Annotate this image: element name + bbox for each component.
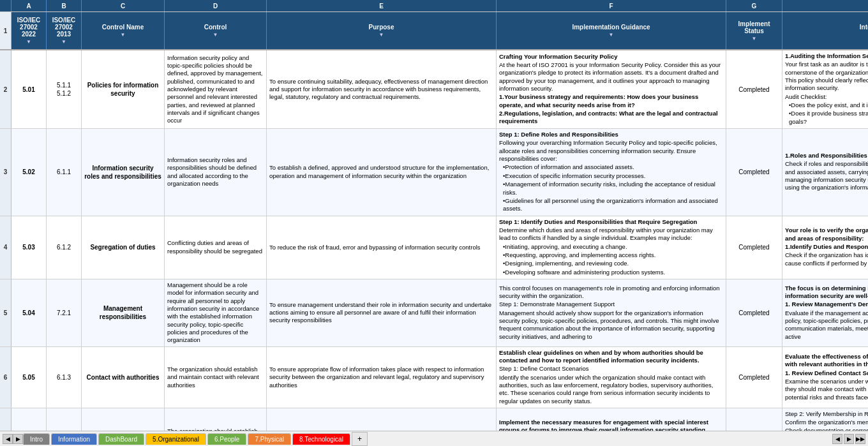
filter-icon-iso2013[interactable]: ▼ (61, 39, 66, 45)
cell-auditing: Your role is to verify the organization'… (782, 216, 868, 279)
row-number: 5 (0, 279, 11, 346)
cell-control: The organization should establish and ma… (165, 347, 267, 408)
cell-status: Completed (726, 408, 782, 431)
header-iso2022-label: ISO/IEC270022022 (17, 17, 41, 38)
table-row: 2 5.01 5.1.1 5.1.2 Policies for informat… (0, 50, 868, 129)
header-control-name: Control Name ▼ (82, 12, 165, 49)
cell-iso2022: 5.05 (11, 347, 47, 408)
cell-iso2013: 7.2.1 (47, 279, 82, 346)
status-badge: Completed (738, 309, 769, 317)
scroll-tab-right[interactable]: ▶ (13, 434, 23, 444)
header-purpose-label: Purpose (368, 24, 394, 31)
cell-control-name: Segregation of duties (82, 216, 165, 279)
tab-add[interactable]: + (352, 432, 368, 446)
scroll-right-right[interactable]: ▶ (844, 434, 854, 444)
row-number: 7 (0, 408, 11, 431)
tab-physical[interactable]: 7.Physical (248, 433, 291, 445)
cell-iso2013: 6.1.2 (47, 216, 82, 279)
filter-icon-control-name[interactable]: ▼ (121, 32, 126, 38)
tab-information[interactable]: Information (51, 433, 97, 445)
cell-control-name: Contact with authorities (82, 347, 165, 408)
col-header-h: H (782, 0, 868, 11)
cell-purpose: To ensure continuing suitability, adequa… (267, 50, 497, 128)
data-area: 2 5.01 5.1.1 5.1.2 Policies for informat… (0, 50, 868, 431)
cell-control-name: Policies for information security (82, 50, 165, 128)
filter-icon-impl-status[interactable]: ▼ (752, 36, 757, 41)
status-badge: Completed (738, 168, 769, 176)
header-implement-status: ImplementStatus ▼ (726, 12, 782, 49)
cell-control: Management should be a role model for in… (165, 279, 267, 346)
cell-status: Completed (726, 279, 782, 346)
tab-people[interactable]: 6.People (207, 433, 246, 445)
filter-icon-impl[interactable]: ▼ (609, 32, 614, 38)
cell-control: Information security roles and responsib… (165, 129, 267, 215)
cell-implementation: Establish clear guidelines on when and b… (497, 347, 726, 408)
table-row: 3 5.02 6.1.1 Information security roles … (0, 129, 868, 216)
header-control: Control ▼ (165, 12, 267, 49)
filter-icon-control[interactable]: ▼ (213, 32, 218, 38)
tab-technological[interactable]: 8.Technological (292, 433, 350, 445)
filter-icon-purpose[interactable]: ▼ (379, 32, 384, 38)
header-implementation-label: Implementation Guidance (572, 24, 650, 31)
cell-status: Completed (726, 129, 782, 215)
table-row: 6 5.05 6.1.3 Contact with authorities Th… (0, 347, 868, 408)
scroll-tab-left[interactable]: ◀ (3, 434, 13, 444)
tab-dashboard[interactable]: DashBoard (98, 433, 144, 445)
cell-status: Completed (726, 50, 782, 128)
table-row: 5 5.04 7.2.1 Management responsibilities… (0, 279, 868, 347)
row-number: 6 (0, 347, 11, 408)
cell-purpose: To ensure appropriate flow of informatio… (267, 347, 497, 408)
header-control-name-label: Control Name (102, 24, 144, 31)
header-iso2022: ISO/IEC270022022 ▼ (11, 12, 47, 49)
cell-implementation: This control focuses on management's rol… (497, 279, 726, 346)
col-header-a: A (11, 0, 47, 11)
header-implementation: Implementation Guidance ▼ (497, 12, 726, 49)
status-badge: Completed (738, 373, 769, 382)
cell-auditing: Step 2: Verify Membership in Relevant Gr… (782, 408, 868, 431)
cell-control-name: Contact with special interest groups (82, 408, 165, 431)
tab-organizational[interactable]: 5.Organizational (146, 433, 206, 445)
cell-iso2022: 5.03 (11, 216, 47, 279)
cell-status: Completed (726, 347, 782, 408)
scroll-right-far[interactable]: ▶▶ (855, 434, 865, 444)
col-header-b: B (47, 0, 82, 11)
header-control-label: Control (204, 24, 227, 31)
cell-status: Completed (726, 216, 782, 279)
header-rownum: 1 (0, 12, 11, 49)
main-header-row: 1 ISO/IEC270022022 ▼ ISO/IEC270022013 ▼ … (0, 12, 868, 50)
scroll-right-left[interactable]: ◀ (832, 434, 842, 444)
col-header-c: C (82, 0, 165, 11)
row-number: 2 (0, 50, 11, 128)
table-row: 7 5.06 6.1.4 Contact with special intere… (0, 408, 868, 431)
col-header-e: E (267, 0, 497, 11)
row-number: 3 (0, 129, 11, 215)
cell-control: Information security policy and topic-sp… (165, 50, 267, 128)
cell-iso2022: 5.01 (11, 50, 47, 128)
cell-purpose: To reduce the risk of fraud, error and b… (267, 216, 497, 279)
cell-implementation: Step 1: Define Roles and Responsibilitie… (497, 129, 726, 215)
scroll-right-area: ◀ ▶ ▶▶ (832, 434, 865, 444)
cell-implementation: Crafting Your Information Security Polic… (497, 50, 726, 128)
cell-implementation: Step 1: Identify Duties and Responsibili… (497, 216, 726, 279)
cell-control-name: Management responsibilities (82, 279, 165, 346)
cell-iso2022: 5.02 (11, 129, 47, 215)
cell-iso2022: 5.06 (11, 408, 47, 431)
tab-intro[interactable]: Intro (23, 433, 50, 445)
cell-iso2013: 5.1.1 5.1.2 (47, 50, 82, 128)
header-internal-audit-label: Internal Auditing Guidance (860, 24, 868, 31)
cell-iso2022: 5.04 (11, 279, 47, 346)
cell-purpose: To establish a defined, approved and und… (267, 129, 497, 215)
cell-iso2013: 6.1.3 (47, 347, 82, 408)
header-internal-audit: Internal Auditing Guidance ▼ (782, 12, 868, 49)
col-header-f: F (497, 0, 726, 11)
cell-iso2013: 6.1.4 (47, 408, 82, 431)
filter-icon-iso2022[interactable]: ▼ (26, 39, 31, 45)
cell-purpose: To ensure appropriate flow of informatio… (267, 408, 497, 431)
header-iso2013-label: ISO/IEC270022013 (52, 17, 76, 38)
spreadsheet: A B C D E F G H I J 1 ISO/IEC270022022 ▼… (0, 0, 868, 446)
cell-auditing: The focus is on determining if managemen… (782, 279, 868, 346)
header-iso2013: ISO/IEC270022013 ▼ (47, 12, 82, 49)
header-purpose: Purpose ▼ (267, 12, 497, 49)
status-badge: Completed (738, 243, 769, 251)
col-header-g: G (726, 0, 782, 11)
